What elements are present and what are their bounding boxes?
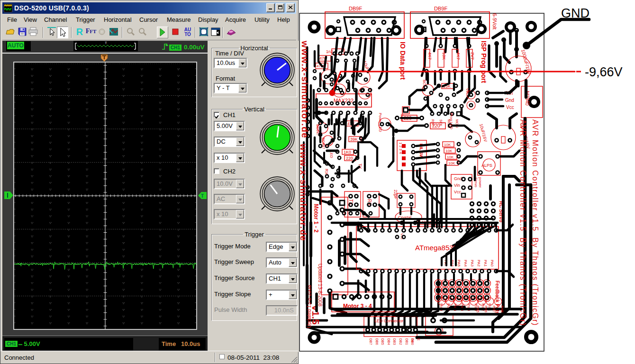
svg-text:RX: RX — [324, 169, 329, 175]
svg-text:DB2: DB2 — [399, 338, 402, 345]
svg-text:ISP Prog port: ISP Prog port — [480, 41, 488, 83]
svg-text:DB4: DB4 — [387, 338, 390, 345]
svg-text:PA4: PA4 — [463, 260, 468, 267]
svg-text:10K: 10K — [442, 52, 446, 60]
svg-text:-9,66V: -9,66V — [585, 65, 623, 79]
svg-text:10K: 10K — [447, 155, 454, 159]
svg-text:Pot5: Pot5 — [476, 306, 480, 313]
svg-text:PA5: PA5 — [457, 260, 461, 267]
svg-text:BC547: BC547 — [321, 137, 326, 149]
svg-text:4K7: 4K7 — [427, 52, 432, 60]
svg-text:Vin: Vin — [454, 183, 460, 188]
svg-text:4K7: 4K7 — [456, 52, 461, 60]
svg-text:DB9F: DB9F — [349, 6, 362, 11]
svg-text:Pot8: Pot8 — [500, 306, 504, 313]
svg-text:Vcc: Vcc — [506, 105, 514, 110]
svg-text:Rs: Rs — [411, 338, 414, 343]
svg-text:1n2: 1n2 — [326, 49, 333, 54]
svg-text:Updated 13-8-2008: Updated 13-8-2008 — [318, 264, 323, 307]
svg-text:Pot7: Pot7 — [492, 306, 496, 313]
svg-text:Pot6: Pot6 — [484, 306, 488, 313]
svg-text:DB9F: DB9F — [434, 6, 447, 11]
svg-text:220: 220 — [432, 123, 440, 128]
svg-text:39K: 39K — [350, 137, 358, 142]
svg-text:2V7: 2V7 — [470, 52, 475, 60]
svg-text:Vcc: Vcc — [454, 190, 462, 194]
svg-text:AVR Motion Controller v1.5 By: AVR Motion Controller v1.5 By Thanos (Tr… — [519, 119, 527, 326]
svg-text:Gnd: Gnd — [505, 98, 514, 103]
svg-text:DB3: DB3 — [393, 338, 396, 345]
svg-text:www.x-simulator.de: www.x-simulator.de — [300, 40, 310, 139]
svg-text:Motor 1 - 2: Motor 1 - 2 — [313, 204, 319, 233]
svg-text:DB5: DB5 — [381, 338, 384, 345]
svg-text:ALPS: ALPS — [481, 163, 492, 168]
svg-text:10K: 10K — [444, 143, 451, 147]
svg-text:6-9Volt: 6-9Volt — [492, 13, 498, 29]
svg-text:AVR Motion Controller v1.5 By: AVR Motion Controller v1.5 By Thanos (Tr… — [531, 119, 539, 326]
svg-text:Prog LED: Prog LED — [449, 113, 454, 129]
svg-text:PA3: PA3 — [470, 260, 474, 267]
svg-text:DB6: DB6 — [375, 338, 379, 345]
svg-text:T: T — [201, 193, 204, 199]
svg-text:PA0: PA0 — [490, 260, 494, 267]
svg-text:220: 220 — [346, 156, 353, 161]
svg-text:DB7: DB7 — [369, 338, 372, 345]
svg-text:10K: 10K — [448, 161, 455, 165]
svg-text:LED Connector: LED Connector — [374, 318, 404, 323]
svg-text:PA2: PA2 — [477, 260, 481, 267]
svg-text:10K: 10K — [445, 149, 453, 153]
svg-text:power: power — [478, 177, 482, 188]
svg-text:DB1: DB1 — [405, 338, 408, 345]
svg-text:Gnd: Gnd — [454, 176, 462, 181]
svg-text:PA1: PA1 — [483, 260, 488, 267]
svg-text:E: E — [417, 338, 420, 341]
svg-text:Vin: Vin — [465, 88, 470, 93]
svg-text:IO Data port: IO Data port — [399, 42, 407, 80]
svg-text:1K0: 1K0 — [344, 150, 351, 155]
